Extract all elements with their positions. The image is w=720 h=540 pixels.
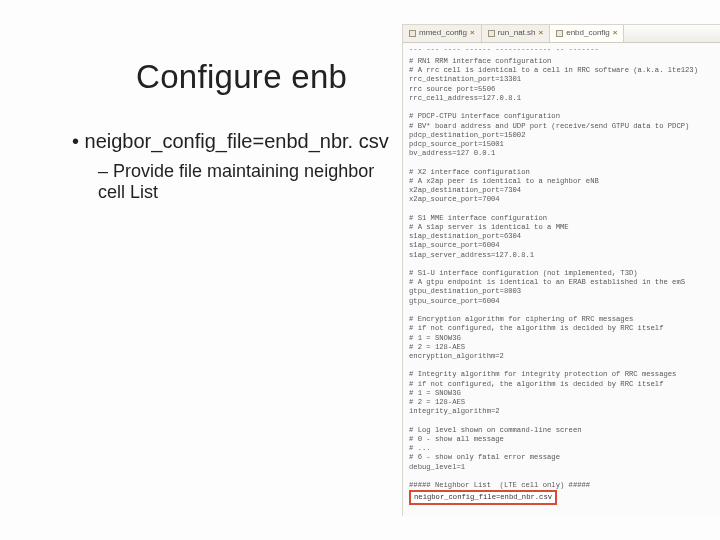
- code-line: ##### Neighbor List (LTE cell only) ####…: [409, 481, 714, 490]
- code-body: # RN1 RRM interface configuration# A rrc…: [403, 55, 720, 511]
- tab-enbd-config[interactable]: enbd_config ×: [550, 25, 624, 42]
- bullet-sub: – Provide file maintaining neighbor cell…: [98, 161, 392, 203]
- code-line: [409, 158, 714, 167]
- code-line: [409, 417, 714, 426]
- code-line: rrc source port=5506: [409, 85, 714, 94]
- code-line: [409, 306, 714, 315]
- code-line: debug_level=1: [409, 463, 714, 472]
- top-caption-truncated: --- --- ---- ------ ------------- -- ---…: [403, 43, 720, 55]
- code-line: gtpu_source_port=6004: [409, 297, 714, 306]
- file-icon: [488, 30, 495, 37]
- file-icon: [409, 30, 416, 37]
- code-line: integrity_algorithm=2: [409, 407, 714, 416]
- code-line: s1ap_destination_port=6304: [409, 232, 714, 241]
- code-line: # A x2ap peer is identical to a neighbor…: [409, 177, 714, 186]
- code-line: # A rrc cell is identical to a cell in R…: [409, 66, 714, 75]
- code-line: # 2 = 128-AES: [409, 343, 714, 352]
- tab-mmed-config[interactable]: mmed_config ×: [403, 25, 482, 42]
- code-line: # if not configured, the algorithm is de…: [409, 380, 714, 389]
- slide-title: Configure enb: [136, 58, 347, 96]
- code-line: pdcp_source_port=15001: [409, 140, 714, 149]
- tab-label: mmed_config: [419, 28, 467, 38]
- code-line: # A gtpu endpoint is identical to an ERA…: [409, 278, 714, 287]
- code-line: # BV* board address and UDP port (receiv…: [409, 122, 714, 131]
- highlight-line: neigbor_config_file=enbd_nbr.csv: [409, 490, 557, 504]
- code-line: [409, 472, 714, 481]
- close-icon[interactable]: ×: [470, 28, 475, 38]
- code-line: rrc_destination_port=13301: [409, 75, 714, 84]
- code-line: x2ap_destination_port=7304: [409, 186, 714, 195]
- file-icon: [556, 30, 563, 37]
- close-icon[interactable]: ×: [539, 28, 544, 38]
- code-line: gtpu_destination_port=8003: [409, 287, 714, 296]
- code-line: # 1 = SNOW3G: [409, 334, 714, 343]
- code-line: # 6 - show only fatal error message: [409, 453, 714, 462]
- close-icon[interactable]: ×: [613, 28, 618, 38]
- bullet-main: • neigbor_config_file=enbd_nbr. csv: [72, 130, 392, 153]
- code-line: # PDCP-CTPU interface configuration: [409, 112, 714, 121]
- code-line: # 1 = SNOW3G: [409, 389, 714, 398]
- code-line: # if not configured, the algorithm is de…: [409, 324, 714, 333]
- code-line: # Log level shown on command-line screen: [409, 426, 714, 435]
- code-line: s1ap_server_address=127.0.8.1: [409, 251, 714, 260]
- code-line: # 2 = 128-AES: [409, 398, 714, 407]
- code-line: # Encryption algorithm for ciphering of …: [409, 315, 714, 324]
- code-line: [409, 260, 714, 269]
- code-line: [409, 361, 714, 370]
- tab-bar: mmed_config × run_nat.sh × enbd_config ×: [403, 25, 720, 43]
- editor-panel: mmed_config × run_nat.sh × enbd_config ×…: [402, 24, 720, 516]
- code-line: bv_address=127 0.0.1: [409, 149, 714, 158]
- code-line: rrc_cell_address=127.0.8.1: [409, 94, 714, 103]
- code-line: # A s1ap server is identical to a MME: [409, 223, 714, 232]
- tab-label: enbd_config: [566, 28, 610, 38]
- code-line: [409, 103, 714, 112]
- code-line: # 0 - show all message: [409, 435, 714, 444]
- code-line: # RN1 RRM interface configuration: [409, 57, 714, 66]
- highlight-line-wrapper: neigbor_config_file=enbd_nbr.csv: [409, 490, 714, 504]
- code-line: pdcp_destination_port=15002: [409, 131, 714, 140]
- tab-label: run_nat.sh: [498, 28, 536, 38]
- code-line: # ...: [409, 444, 714, 453]
- code-line: x2ap_source_port=7004: [409, 195, 714, 204]
- code-line: s1ap_source_port=6004: [409, 241, 714, 250]
- bullet-list: • neigbor_config_file=enbd_nbr. csv – Pr…: [72, 130, 392, 203]
- code-line: # X2 interface configuration: [409, 168, 714, 177]
- tab-run-nat[interactable]: run_nat.sh ×: [482, 25, 550, 42]
- code-line: [409, 205, 714, 214]
- code-line: encryption_algorithm=2: [409, 352, 714, 361]
- code-line: # S1-U interface configuration (not impl…: [409, 269, 714, 278]
- code-line: # Integrity algorithm for integrity prot…: [409, 370, 714, 379]
- code-line: # S1 MME interface configuration: [409, 214, 714, 223]
